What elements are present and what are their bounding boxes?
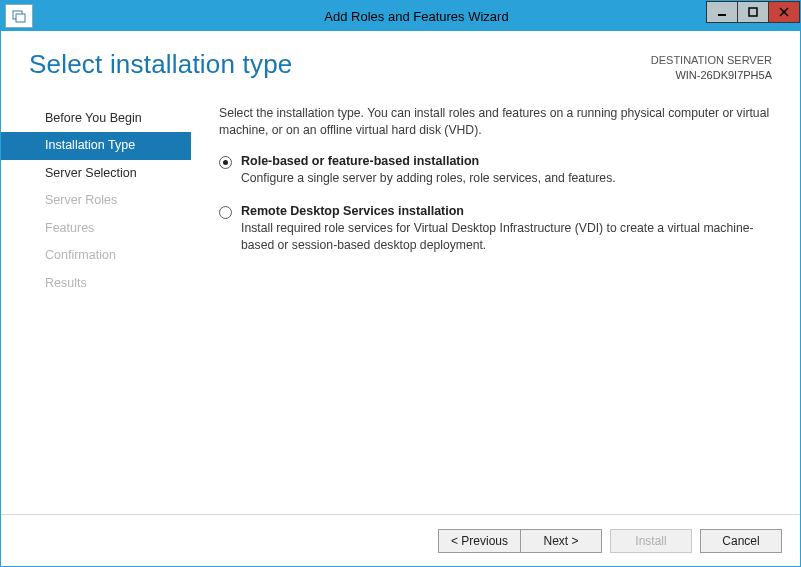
install-button: Install — [610, 529, 692, 553]
option-body: Role-based or feature-based installation… — [241, 154, 772, 188]
svg-rect-3 — [749, 8, 757, 16]
nav-features: Features — [1, 215, 191, 243]
nav-server-selection[interactable]: Server Selection — [1, 160, 191, 188]
next-button[interactable]: Next > — [520, 529, 602, 553]
window-buttons — [707, 1, 800, 23]
previous-button[interactable]: < Previous — [438, 529, 520, 553]
destination-label: DESTINATION SERVER — [651, 53, 772, 68]
option-title: Role-based or feature-based installation — [241, 154, 772, 168]
option-desc: Install required role services for Virtu… — [241, 220, 772, 255]
mid-area: Before You Begin Installation Type Serve… — [1, 105, 800, 514]
radio-role-based[interactable] — [219, 156, 232, 169]
radio-dot-icon — [223, 160, 228, 165]
titlebar: Add Roles and Features Wizard — [1, 1, 800, 31]
minimize-button[interactable] — [706, 1, 738, 23]
nav-server-roles: Server Roles — [1, 187, 191, 215]
destination-block: DESTINATION SERVER WIN-26DK9I7PH5A — [651, 49, 772, 83]
app-icon — [5, 4, 33, 28]
window-title: Add Roles and Features Wizard — [33, 9, 800, 24]
destination-server: WIN-26DK9I7PH5A — [651, 68, 772, 83]
cancel-button[interactable]: Cancel — [700, 529, 782, 553]
intro-text: Select the installation type. You can in… — [219, 105, 772, 140]
radio-remote-desktop[interactable] — [219, 206, 232, 219]
option-body: Remote Desktop Services installation Ins… — [241, 204, 772, 255]
close-button[interactable] — [768, 1, 800, 23]
nav-button-pair: < Previous Next > — [438, 529, 602, 553]
footer: < Previous Next > Install Cancel — [1, 514, 800, 566]
nav-installation-type[interactable]: Installation Type — [1, 132, 191, 160]
option-desc: Configure a single server by adding role… — [241, 170, 772, 188]
nav-confirmation: Confirmation — [1, 242, 191, 270]
maximize-button[interactable] — [737, 1, 769, 23]
wizard-body: Select installation type DESTINATION SER… — [1, 31, 800, 566]
content-pane: Select the installation type. You can in… — [191, 105, 800, 514]
wizard-window: Add Roles and Features Wizard Select ins… — [0, 0, 801, 567]
header-row: Select installation type DESTINATION SER… — [1, 31, 800, 105]
page-title: Select installation type — [29, 49, 651, 80]
nav-before-you-begin[interactable]: Before You Begin — [1, 105, 191, 133]
sidebar: Before You Begin Installation Type Serve… — [1, 105, 191, 514]
option-remote-desktop[interactable]: Remote Desktop Services installation Ins… — [219, 204, 772, 255]
option-role-based[interactable]: Role-based or feature-based installation… — [219, 154, 772, 188]
nav-results: Results — [1, 270, 191, 298]
option-title: Remote Desktop Services installation — [241, 204, 772, 218]
svg-rect-1 — [16, 14, 25, 22]
